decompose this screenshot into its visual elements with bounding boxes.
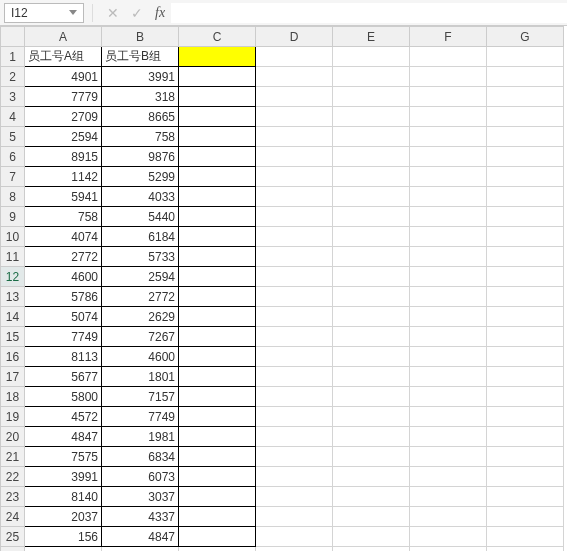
cell-F22[interactable] bbox=[410, 467, 487, 487]
cell-C21[interactable] bbox=[179, 447, 256, 467]
row-header-23[interactable]: 23 bbox=[1, 487, 25, 507]
cell-D11[interactable] bbox=[256, 247, 333, 267]
cell-B25[interactable]: 4847 bbox=[102, 527, 179, 547]
cell-E15[interactable] bbox=[333, 327, 410, 347]
cell-E2[interactable] bbox=[333, 67, 410, 87]
cell-G25[interactable] bbox=[487, 527, 564, 547]
cell-F17[interactable] bbox=[410, 367, 487, 387]
cell-B21[interactable]: 6834 bbox=[102, 447, 179, 467]
cell-D13[interactable] bbox=[256, 287, 333, 307]
cell-A25[interactable]: 156 bbox=[25, 527, 102, 547]
cell-A9[interactable]: 758 bbox=[25, 207, 102, 227]
cell-C24[interactable] bbox=[179, 507, 256, 527]
cell-D22[interactable] bbox=[256, 467, 333, 487]
cell-C20[interactable] bbox=[179, 427, 256, 447]
cell-A19[interactable]: 4572 bbox=[25, 407, 102, 427]
cell-B3[interactable]: 318 bbox=[102, 87, 179, 107]
cell-C17[interactable] bbox=[179, 367, 256, 387]
cell-D5[interactable] bbox=[256, 127, 333, 147]
cell-E25[interactable] bbox=[333, 527, 410, 547]
cell-F19[interactable] bbox=[410, 407, 487, 427]
cell-D14[interactable] bbox=[256, 307, 333, 327]
cell-E24[interactable] bbox=[333, 507, 410, 527]
cancel-formula-button[interactable]: ✕ bbox=[101, 5, 125, 21]
formula-input[interactable] bbox=[171, 3, 567, 23]
cell-G6[interactable] bbox=[487, 147, 564, 167]
row-header-17[interactable]: 17 bbox=[1, 367, 25, 387]
cell-G15[interactable] bbox=[487, 327, 564, 347]
cell-G26[interactable] bbox=[487, 547, 564, 552]
row-header-26[interactable]: 26 bbox=[1, 547, 25, 552]
cell-B20[interactable]: 1981 bbox=[102, 427, 179, 447]
cell-A2[interactable]: 4901 bbox=[25, 67, 102, 87]
cell-A4[interactable]: 2709 bbox=[25, 107, 102, 127]
cell-C4[interactable] bbox=[179, 107, 256, 127]
cell-A10[interactable]: 4074 bbox=[25, 227, 102, 247]
cell-E22[interactable] bbox=[333, 467, 410, 487]
cell-E9[interactable] bbox=[333, 207, 410, 227]
cell-D1[interactable] bbox=[256, 47, 333, 67]
cell-D4[interactable] bbox=[256, 107, 333, 127]
cell-D12[interactable] bbox=[256, 267, 333, 287]
row-header-24[interactable]: 24 bbox=[1, 507, 25, 527]
row-header-1[interactable]: 1 bbox=[1, 47, 25, 67]
cell-E1[interactable] bbox=[333, 47, 410, 67]
cell-F11[interactable] bbox=[410, 247, 487, 267]
col-header-G[interactable]: G bbox=[487, 27, 564, 47]
cell-F24[interactable] bbox=[410, 507, 487, 527]
cell-F16[interactable] bbox=[410, 347, 487, 367]
row-header-2[interactable]: 2 bbox=[1, 67, 25, 87]
cell-G13[interactable] bbox=[487, 287, 564, 307]
cell-B18[interactable]: 7157 bbox=[102, 387, 179, 407]
row-header-25[interactable]: 25 bbox=[1, 527, 25, 547]
cell-D19[interactable] bbox=[256, 407, 333, 427]
cell-B2[interactable]: 3991 bbox=[102, 67, 179, 87]
row-header-13[interactable]: 13 bbox=[1, 287, 25, 307]
cell-D7[interactable] bbox=[256, 167, 333, 187]
cell-C25[interactable] bbox=[179, 527, 256, 547]
cell-A5[interactable]: 2594 bbox=[25, 127, 102, 147]
cell-F12[interactable] bbox=[410, 267, 487, 287]
cell-G3[interactable] bbox=[487, 87, 564, 107]
spreadsheet-grid[interactable]: ABCDEFG1员工号A组员工号B组2490139913777931842709… bbox=[0, 26, 567, 551]
cell-C23[interactable] bbox=[179, 487, 256, 507]
cell-B22[interactable]: 6073 bbox=[102, 467, 179, 487]
cell-E8[interactable] bbox=[333, 187, 410, 207]
cell-B6[interactable]: 9876 bbox=[102, 147, 179, 167]
cell-G9[interactable] bbox=[487, 207, 564, 227]
cell-C8[interactable] bbox=[179, 187, 256, 207]
cell-D3[interactable] bbox=[256, 87, 333, 107]
col-header-F[interactable]: F bbox=[410, 27, 487, 47]
cell-B15[interactable]: 7267 bbox=[102, 327, 179, 347]
chevron-down-icon[interactable] bbox=[69, 10, 77, 15]
cell-D10[interactable] bbox=[256, 227, 333, 247]
row-header-16[interactable]: 16 bbox=[1, 347, 25, 367]
cell-E23[interactable] bbox=[333, 487, 410, 507]
row-header-14[interactable]: 14 bbox=[1, 307, 25, 327]
cell-C6[interactable] bbox=[179, 147, 256, 167]
cell-D24[interactable] bbox=[256, 507, 333, 527]
cell-F14[interactable] bbox=[410, 307, 487, 327]
cell-A1[interactable]: 员工号A组 bbox=[25, 47, 102, 67]
cell-G2[interactable] bbox=[487, 67, 564, 87]
cell-C1[interactable] bbox=[179, 47, 256, 67]
row-header-4[interactable]: 4 bbox=[1, 107, 25, 127]
cell-D25[interactable] bbox=[256, 527, 333, 547]
cell-F8[interactable] bbox=[410, 187, 487, 207]
row-header-9[interactable]: 9 bbox=[1, 207, 25, 227]
cell-E4[interactable] bbox=[333, 107, 410, 127]
cell-A14[interactable]: 5074 bbox=[25, 307, 102, 327]
cell-F18[interactable] bbox=[410, 387, 487, 407]
cell-B23[interactable]: 3037 bbox=[102, 487, 179, 507]
cell-A12[interactable]: 4600 bbox=[25, 267, 102, 287]
cell-B8[interactable]: 4033 bbox=[102, 187, 179, 207]
col-header-A[interactable]: A bbox=[25, 27, 102, 47]
cell-F10[interactable] bbox=[410, 227, 487, 247]
cell-G7[interactable] bbox=[487, 167, 564, 187]
cell-C9[interactable] bbox=[179, 207, 256, 227]
cell-B19[interactable]: 7749 bbox=[102, 407, 179, 427]
cell-G10[interactable] bbox=[487, 227, 564, 247]
cell-C14[interactable] bbox=[179, 307, 256, 327]
confirm-formula-button[interactable]: ✓ bbox=[125, 5, 149, 21]
cell-C3[interactable] bbox=[179, 87, 256, 107]
